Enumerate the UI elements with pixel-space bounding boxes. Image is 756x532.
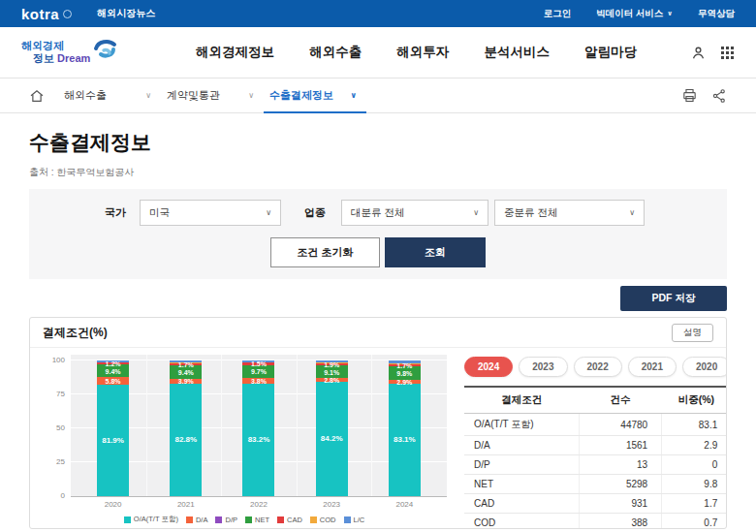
bar-segment-value: 9.8% [383,369,426,376]
nav-item-해외수출[interactable]: 해외수출 [309,44,362,61]
bar-segment-D/A: 2.9% [389,380,421,384]
x-axis-label: 2022 [242,500,274,509]
bar-segment-CAD: 1.7% [170,363,202,365]
site-logo[interactable]: 해외경제 정보 Dream [21,38,167,67]
cell-term: O/A(T/T 포함) [464,414,579,436]
chevron-down-icon: ∨ [667,10,673,17]
utility-link-0[interactable]: 로그인 [544,8,572,20]
legend-label: D/P [225,516,237,524]
bar-segment-value: 81.9% [91,437,135,445]
utility-bar: kotra 해외시장뉴스 로그인빅데이터 서비스∨무역상담 [0,0,756,27]
logo-line1: 해외경제 [21,40,90,52]
x-axis-label: 2024 [389,500,421,509]
chevron-down-icon: ∨ [145,91,151,100]
chevron-down-icon: ∨ [266,208,271,217]
page-title: 수출결제정보 [29,129,727,156]
utility-link-1[interactable]: 빅데이터 서비스∨ [596,8,673,20]
tab-2021[interactable]: 2021 [628,357,677,377]
utility-link-label: 빅데이터 서비스 [596,8,663,20]
cell-ratio: 2.9 [662,436,727,455]
share-icon[interactable] [711,88,727,104]
legend-swatch [310,516,317,523]
bar-segment-value: 83.2% [236,436,280,444]
explanation-button[interactable]: 설명 [672,324,713,342]
chart-legend: O/A(T/T 포함)D/AD/PNETCADCODL/C [42,515,447,524]
bar-2020: 1.2%9.4%5.8%81.9% [97,360,129,496]
bar-segment-value: 1.2% [91,360,135,367]
home-icon[interactable] [29,78,45,112]
legend-label: NET [255,516,269,524]
year-tabs: 20242023202220212020 [464,357,727,377]
tab-2022[interactable]: 2022 [574,357,622,377]
nav-item-알림마당[interactable]: 알림마당 [584,44,637,61]
tab-2023[interactable]: 2023 [519,357,567,377]
cell-ratio: 0.7 [662,514,727,530]
table-row: COD3880.7 [464,514,727,530]
cell-count: 931 [579,494,661,514]
table-row: D/P130 [464,455,727,475]
reset-conditions-button[interactable]: 조건 초기화 [270,237,380,267]
legend-swatch [245,516,252,523]
legend-item-NET: NET [245,516,269,524]
y-axis-tick: 0 [42,491,65,500]
search-button[interactable]: 조회 [385,237,486,267]
country-select[interactable]: 미국∨ [140,200,281,226]
cell-term: COD [464,514,579,530]
chevron-down-icon: ∨ [351,91,358,100]
gridline-vertical [297,355,298,496]
pdf-save-button[interactable]: PDF 저장 [620,286,727,311]
legend-label: COD [320,516,336,524]
utility-link-label: 로그인 [544,8,572,20]
breadcrumb-dropdown-수출결제정보[interactable]: 수출결제정보∨ [264,78,366,112]
payment-terms-table: 결제조건건수비중(%) O/A(T/T 포함)4478083.1D/A15612… [464,386,727,529]
bar-segment-O/A(T/T 포함): 82.8% [170,384,202,496]
cell-term: D/A [464,436,579,455]
nav-item-분석서비스[interactable]: 분석서비스 [484,44,550,61]
bar-2022: 1.5%9.7%3.8%83.2% [242,360,274,496]
card-title: 결제조건(%) [43,325,108,341]
bar-segment-value: 82.8% [164,436,207,444]
filter-panel: 국가 미국∨ 업종 대분류 전체∨ 중분류 전체∨ 조건 초기화 조회 [29,189,727,279]
bar-segment-value: 9.1% [310,368,354,375]
tab-2020[interactable]: 2020 [682,357,727,377]
bar-segment-CAD: 1.2% [97,362,129,364]
print-icon[interactable] [681,87,698,104]
bar-segment-CAD: 1.5% [242,362,274,364]
all-menu-grid-icon[interactable] [720,46,735,60]
x-axis-label: 2021 [170,500,202,509]
y-axis-tick: 50 [42,423,65,432]
bar-segment-CAD: 1.7% [389,364,421,366]
bar-segment-value: 9.7% [236,368,280,375]
bar-segment-value: 1.7% [383,361,426,368]
breadcrumb-dropdown-계약및통관[interactable]: 계약및통관∨ [161,78,264,112]
legend-swatch [344,516,351,523]
table-row: D/A15612.9 [464,436,727,455]
bar-segment-O/A(T/T 포함): 83.2% [242,384,274,496]
industry-sub-select[interactable]: 중분류 전체∨ [494,200,645,226]
utility-link-2[interactable]: 무역상담 [698,8,735,20]
bar-2024: 1.7%9.8%2.9%83.1% [389,360,421,496]
legend-swatch [124,516,131,523]
bar-segment-value: 9.4% [164,368,207,375]
table-row: CAD9311.7 [464,494,727,514]
nav-item-해외투자[interactable]: 해외투자 [396,44,449,61]
nav-item-해외경제정보[interactable]: 해외경제정보 [196,44,274,61]
kotra-logo-text: kotra [21,6,59,22]
industry-major-select[interactable]: 대분류 전체∨ [341,200,488,226]
legend-item-D/A: D/A [186,516,208,524]
user-login-icon[interactable] [690,45,707,61]
y-axis-tick: 100 [42,356,65,364]
cell-count: 5298 [579,475,661,494]
legend-label: D/A [196,516,208,524]
bar-segment-O/A(T/T 포함): 84.2% [316,382,348,496]
bar-segment-value: 84.2% [310,435,354,443]
x-axis-labels: 20202021202220232024 [71,500,447,509]
tab-2024[interactable]: 2024 [464,357,513,377]
bar-segment-value: 2.9% [383,378,426,385]
kotra-logo[interactable]: kotra [21,6,72,22]
bar-segment-value: 83.1% [383,436,426,444]
overseas-market-news-link[interactable]: 해외시장뉴스 [97,7,155,20]
breadcrumb-dropdown-해외수출[interactable]: 해외수출∨ [58,78,161,112]
payment-terms-card: 결제조건(%) 설명 02550751001.2%9.4%5.8%81.9%1.… [29,317,727,529]
table-header-건수: 건수 [579,387,661,414]
